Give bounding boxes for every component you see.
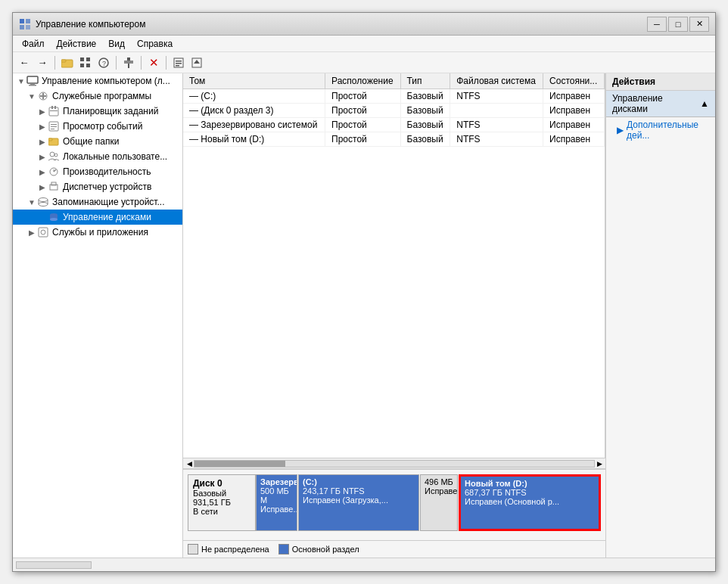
svg-marker-20 — [194, 60, 200, 64]
cell-fs — [450, 104, 543, 118]
svg-rect-32 — [51, 124, 57, 125]
tree-item-devices[interactable]: ▶ Диспетчер устройств — [13, 179, 182, 194]
cell-fs: NTFS — [450, 118, 543, 132]
svg-point-44 — [39, 198, 48, 202]
partition-c[interactable]: (C:) 243,17 ГБ NTFS Исправен (Загрузка,.… — [298, 474, 419, 531]
menu-action[interactable]: Действие — [51, 37, 103, 51]
grid-button[interactable] — [77, 54, 94, 71]
col-fs[interactable]: Файловая система — [450, 73, 543, 89]
partition-unalloc-status: Исправе... — [425, 486, 453, 495]
delete-button[interactable]: ✕ — [145, 54, 162, 71]
svg-rect-30 — [50, 110, 58, 111]
import-button[interactable] — [188, 54, 205, 71]
actions-more-link[interactable]: ▶ Дополнительные дей... — [606, 117, 715, 143]
svg-rect-36 — [48, 138, 52, 141]
status-scroll-thumb[interactable] — [16, 561, 92, 569]
svg-rect-26 — [42, 93, 44, 99]
cell-tip: Базовый — [400, 132, 450, 147]
svg-rect-2 — [20, 25, 24, 30]
tree-item-storage[interactable]: ▼ Запоминающие устройст... — [13, 194, 182, 210]
cell-tom: — (C:) — [183, 89, 325, 104]
svg-rect-21 — [27, 76, 38, 83]
cell-rasp: Простой — [325, 89, 400, 104]
back-button[interactable]: ← — [16, 54, 33, 71]
horizontal-scrollbar[interactable]: ◀ ▶ — [183, 458, 605, 468]
expand-devices-icon: ▶ — [37, 183, 48, 191]
cell-fs: NTFS — [450, 132, 543, 147]
partition-unalloc[interactable]: 496 МБ Исправе... — [420, 474, 458, 531]
expand-utilities-icon: ▼ — [26, 92, 37, 101]
forward-button[interactable]: → — [34, 54, 51, 71]
export-button[interactable] — [170, 54, 187, 71]
tree-item-events[interactable]: ▶ Просмотр событий — [13, 119, 182, 134]
tree-root[interactable]: ▼ Управление компьютером (л... — [13, 73, 182, 89]
col-state[interactable]: Состояни... — [543, 73, 605, 89]
svg-rect-3 — [26, 25, 30, 30]
col-rasp[interactable]: Расположение — [325, 73, 400, 89]
minimize-button[interactable]: ─ — [647, 17, 667, 32]
perf-icon — [48, 166, 60, 178]
cell-state: Исправен — [543, 104, 605, 118]
table-row[interactable]: — Новый том (D:) Простой Базовый NTFS Ис… — [183, 132, 605, 147]
actions-collapse-icon[interactable]: ▲ — [700, 98, 709, 109]
window-icon — [19, 18, 31, 30]
close-button[interactable]: ✕ — [689, 17, 709, 32]
partition-d[interactable]: Новый том (D:) 687,37 ГБ NTFS Исправен (… — [459, 474, 601, 531]
scrollbar-track[interactable] — [194, 460, 595, 468]
tree-item-disk-mgmt[interactable]: Управление дисками — [13, 210, 182, 225]
legend-primary-swatch — [278, 544, 289, 554]
svg-rect-7 — [86, 57, 90, 61]
actions-section-title: Управление дисками ▲ — [606, 91, 715, 117]
expand-sched-icon: ▶ — [37, 107, 48, 116]
svg-point-50 — [41, 230, 45, 235]
scroll-left-btn[interactable]: ◀ — [185, 460, 194, 468]
tree-item-scheduler[interactable]: ▶ Планировщик заданий — [13, 104, 182, 119]
table-row[interactable]: — (C:) Простой Базовый NTFS Исправен — [183, 89, 605, 104]
help-button[interactable]: ? — [95, 54, 112, 71]
cell-rasp: Простой — [325, 104, 400, 118]
scroll-right-btn[interactable]: ▶ — [595, 460, 604, 468]
table-row[interactable]: — (Диск 0 раздел 3) Простой Базовый Испр… — [183, 104, 605, 118]
legend-unalloc-swatch — [188, 544, 198, 554]
devices-icon — [48, 181, 60, 193]
tree-item-folders[interactable]: ▶ Общие папки — [13, 134, 182, 149]
actions-more-label: Дополнительные дей... — [627, 120, 709, 141]
folder-button[interactable] — [59, 54, 76, 71]
svg-rect-17 — [176, 63, 182, 64]
tree-item-utilities[interactable]: ▼ Служебные программы — [13, 89, 182, 104]
cell-state: Исправен — [543, 132, 605, 147]
shared-folders-icon — [48, 135, 60, 148]
legend: Не распределена Основной раздел — [183, 540, 605, 558]
tree-item-perf[interactable]: ▶ Производительность — [13, 164, 182, 179]
col-tip[interactable]: Тип — [400, 73, 450, 89]
col-tom[interactable]: Том — [183, 73, 325, 89]
menu-help[interactable]: Справка — [131, 37, 179, 51]
scrollbar-thumb[interactable] — [194, 461, 285, 467]
legend-primary-label: Основной раздел — [292, 545, 359, 554]
expand-folders-icon: ▶ — [37, 138, 48, 146]
users-icon — [48, 151, 60, 163]
tree-item-users[interactable]: ▶ Локальные пользовате... — [13, 149, 182, 164]
table-container[interactable]: Том Расположение Тип Файловая система Со… — [183, 73, 605, 458]
svg-rect-16 — [176, 61, 182, 62]
partition-unalloc-size: 496 МБ — [425, 477, 453, 486]
disk-status: В сети — [193, 507, 250, 516]
pin-button[interactable] — [120, 54, 137, 71]
tree-item-users-label: Локальные пользовате... — [63, 151, 167, 162]
menu-file[interactable]: Файл — [16, 37, 51, 51]
toolbar-separator-4 — [166, 56, 166, 70]
storage-icon — [37, 196, 49, 208]
disk-mgmt-icon — [48, 211, 60, 223]
computer-icon — [26, 75, 39, 87]
partition-c-name: (C:) — [303, 477, 415, 486]
partition-sys[interactable]: Зарезерв... 500 МБ М Исправе... — [256, 474, 297, 531]
menu-view[interactable]: Вид — [102, 37, 131, 51]
disk-partitions: Зарезерв... 500 МБ М Исправе... (C:) 243… — [256, 474, 601, 531]
tree-item-services-label: Службы и приложения — [52, 227, 148, 238]
maximize-button[interactable]: □ — [668, 17, 688, 32]
tree-item-services[interactable]: ▶ Службы и приложения — [13, 225, 182, 240]
cell-state: Исправен — [543, 118, 605, 132]
svg-rect-0 — [20, 19, 24, 23]
table-row[interactable]: — Зарезервировано системой Простой Базов… — [183, 118, 605, 132]
svg-rect-27 — [49, 107, 58, 116]
